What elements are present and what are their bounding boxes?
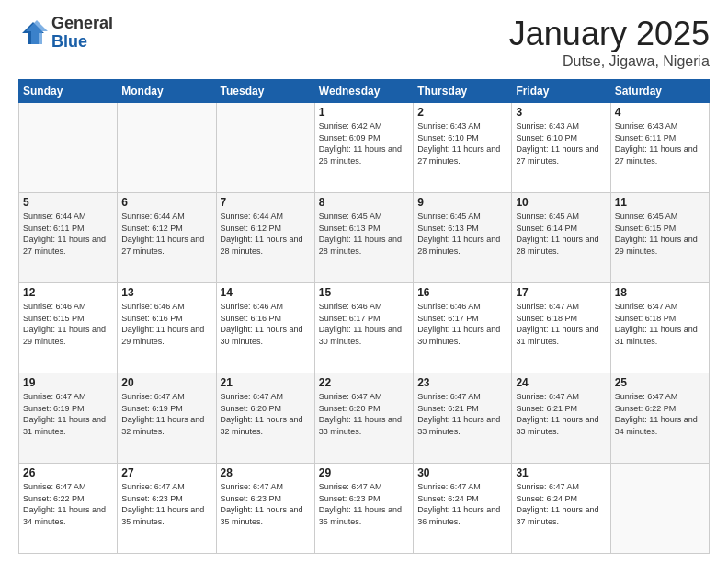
day-info: Sunrise: 6:47 AM Sunset: 6:21 PM Dayligh…: [516, 391, 606, 437]
table-row: 10Sunrise: 6:45 AM Sunset: 6:14 PM Dayli…: [512, 193, 610, 283]
logo: General Blue: [18, 15, 113, 52]
table-row: 17Sunrise: 6:47 AM Sunset: 6:18 PM Dayli…: [512, 283, 610, 373]
calendar-week-row-3: 19Sunrise: 6:47 AM Sunset: 6:19 PM Dayli…: [19, 373, 710, 464]
day-info: Sunrise: 6:46 AM Sunset: 6:16 PM Dayligh…: [121, 301, 211, 347]
logo-blue-text: Blue: [51, 33, 113, 52]
table-row: 4Sunrise: 6:43 AM Sunset: 6:11 PM Daylig…: [610, 103, 709, 193]
table-row: 26Sunrise: 6:47 AM Sunset: 6:22 PM Dayli…: [19, 464, 118, 554]
day-number: 20: [121, 376, 211, 389]
table-row: [216, 103, 314, 193]
table-row: 14Sunrise: 6:46 AM Sunset: 6:16 PM Dayli…: [216, 283, 314, 373]
table-row: 18Sunrise: 6:47 AM Sunset: 6:18 PM Dayli…: [610, 283, 709, 373]
table-row: 27Sunrise: 6:47 AM Sunset: 6:23 PM Dayli…: [118, 464, 216, 554]
day-info: Sunrise: 6:43 AM Sunset: 6:10 PM Dayligh…: [516, 121, 606, 167]
day-info: Sunrise: 6:47 AM Sunset: 6:23 PM Dayligh…: [121, 481, 211, 527]
day-number: 28: [221, 466, 311, 479]
day-number: 26: [23, 466, 113, 479]
day-info: Sunrise: 6:45 AM Sunset: 6:13 PM Dayligh…: [319, 211, 409, 257]
day-info: Sunrise: 6:47 AM Sunset: 6:23 PM Dayligh…: [319, 481, 409, 527]
day-number: 1: [319, 106, 409, 119]
table-row: 21Sunrise: 6:47 AM Sunset: 6:20 PM Dayli…: [216, 373, 314, 464]
table-row: 28Sunrise: 6:47 AM Sunset: 6:23 PM Dayli…: [216, 464, 314, 554]
day-info: Sunrise: 6:47 AM Sunset: 6:23 PM Dayligh…: [221, 481, 311, 527]
table-row: 15Sunrise: 6:46 AM Sunset: 6:17 PM Dayli…: [314, 283, 413, 373]
logo-icon: [18, 18, 48, 48]
table-row: 19Sunrise: 6:47 AM Sunset: 6:19 PM Dayli…: [19, 373, 118, 464]
table-row: [19, 103, 118, 193]
header-sunday: Sunday: [19, 80, 118, 103]
day-number: 30: [417, 466, 507, 479]
day-info: Sunrise: 6:42 AM Sunset: 6:09 PM Dayligh…: [319, 121, 409, 167]
day-number: 3: [516, 106, 606, 119]
day-info: Sunrise: 6:47 AM Sunset: 6:18 PM Dayligh…: [516, 301, 606, 347]
header-tuesday: Tuesday: [216, 80, 314, 103]
table-row: 24Sunrise: 6:47 AM Sunset: 6:21 PM Dayli…: [512, 373, 610, 464]
header-friday: Friday: [512, 80, 610, 103]
day-info: Sunrise: 6:44 AM Sunset: 6:11 PM Dayligh…: [23, 211, 113, 257]
day-number: 2: [417, 106, 507, 119]
header: General Blue January 2025 Dutse, Jigawa,…: [18, 15, 710, 70]
table-row: [118, 103, 216, 193]
table-row: [610, 464, 709, 554]
day-info: Sunrise: 6:47 AM Sunset: 6:19 PM Dayligh…: [121, 391, 211, 437]
table-row: 16Sunrise: 6:46 AM Sunset: 6:17 PM Dayli…: [414, 283, 512, 373]
day-number: 8: [319, 196, 409, 209]
table-row: 2Sunrise: 6:43 AM Sunset: 6:10 PM Daylig…: [414, 103, 512, 193]
table-row: 31Sunrise: 6:47 AM Sunset: 6:24 PM Dayli…: [512, 464, 610, 554]
table-row: 11Sunrise: 6:45 AM Sunset: 6:15 PM Dayli…: [610, 193, 709, 283]
header-wednesday: Wednesday: [314, 80, 413, 103]
day-number: 4: [615, 106, 705, 119]
calendar-header-row: Sunday Monday Tuesday Wednesday Thursday…: [19, 80, 710, 103]
day-number: 5: [23, 196, 113, 209]
calendar-week-row-4: 26Sunrise: 6:47 AM Sunset: 6:22 PM Dayli…: [19, 464, 710, 554]
day-number: 29: [319, 466, 409, 479]
header-monday: Monday: [118, 80, 216, 103]
day-info: Sunrise: 6:47 AM Sunset: 6:21 PM Dayligh…: [417, 391, 507, 437]
table-row: 3Sunrise: 6:43 AM Sunset: 6:10 PM Daylig…: [512, 103, 610, 193]
header-saturday: Saturday: [610, 80, 709, 103]
table-row: 30Sunrise: 6:47 AM Sunset: 6:24 PM Dayli…: [414, 464, 512, 554]
calendar-week-row-1: 5Sunrise: 6:44 AM Sunset: 6:11 PM Daylig…: [19, 193, 710, 283]
table-row: 12Sunrise: 6:46 AM Sunset: 6:15 PM Dayli…: [19, 283, 118, 373]
day-info: Sunrise: 6:46 AM Sunset: 6:17 PM Dayligh…: [319, 301, 409, 347]
day-info: Sunrise: 6:46 AM Sunset: 6:17 PM Dayligh…: [417, 301, 507, 347]
table-row: 9Sunrise: 6:45 AM Sunset: 6:13 PM Daylig…: [414, 193, 512, 283]
table-row: 5Sunrise: 6:44 AM Sunset: 6:11 PM Daylig…: [19, 193, 118, 283]
day-number: 10: [516, 196, 606, 209]
day-info: Sunrise: 6:44 AM Sunset: 6:12 PM Dayligh…: [121, 211, 211, 257]
table-row: 22Sunrise: 6:47 AM Sunset: 6:20 PM Dayli…: [314, 373, 413, 464]
calendar-week-row-0: 1Sunrise: 6:42 AM Sunset: 6:09 PM Daylig…: [19, 103, 710, 193]
table-row: 25Sunrise: 6:47 AM Sunset: 6:22 PM Dayli…: [610, 373, 709, 464]
day-number: 9: [417, 196, 507, 209]
table-row: 8Sunrise: 6:45 AM Sunset: 6:13 PM Daylig…: [314, 193, 413, 283]
day-info: Sunrise: 6:43 AM Sunset: 6:10 PM Dayligh…: [417, 121, 507, 167]
day-info: Sunrise: 6:45 AM Sunset: 6:14 PM Dayligh…: [516, 211, 606, 257]
table-row: 7Sunrise: 6:44 AM Sunset: 6:12 PM Daylig…: [216, 193, 314, 283]
day-info: Sunrise: 6:47 AM Sunset: 6:18 PM Dayligh…: [615, 301, 705, 347]
calendar-table: Sunday Monday Tuesday Wednesday Thursday…: [18, 79, 710, 554]
logo-general-text: General: [51, 15, 113, 33]
day-number: 12: [23, 286, 113, 299]
day-number: 25: [615, 376, 705, 389]
day-number: 14: [221, 286, 311, 299]
table-row: 20Sunrise: 6:47 AM Sunset: 6:19 PM Dayli…: [118, 373, 216, 464]
day-info: Sunrise: 6:47 AM Sunset: 6:22 PM Dayligh…: [23, 481, 113, 527]
day-number: 15: [319, 286, 409, 299]
day-number: 7: [221, 196, 311, 209]
table-row: 6Sunrise: 6:44 AM Sunset: 6:12 PM Daylig…: [118, 193, 216, 283]
day-number: 23: [417, 376, 507, 389]
page: General Blue January 2025 Dutse, Jigawa,…: [0, 0, 728, 563]
day-number: 31: [516, 466, 606, 479]
calendar-week-row-2: 12Sunrise: 6:46 AM Sunset: 6:15 PM Dayli…: [19, 283, 710, 373]
table-row: 1Sunrise: 6:42 AM Sunset: 6:09 PM Daylig…: [314, 103, 413, 193]
day-number: 13: [121, 286, 211, 299]
table-row: 13Sunrise: 6:46 AM Sunset: 6:16 PM Dayli…: [118, 283, 216, 373]
logo-text: General Blue: [51, 15, 113, 52]
header-thursday: Thursday: [414, 80, 512, 103]
calendar-subtitle: Dutse, Jigawa, Nigeria: [509, 53, 710, 70]
day-info: Sunrise: 6:47 AM Sunset: 6:19 PM Dayligh…: [23, 391, 113, 437]
table-row: 23Sunrise: 6:47 AM Sunset: 6:21 PM Dayli…: [414, 373, 512, 464]
day-number: 17: [516, 286, 606, 299]
day-number: 22: [319, 376, 409, 389]
day-number: 11: [615, 196, 705, 209]
